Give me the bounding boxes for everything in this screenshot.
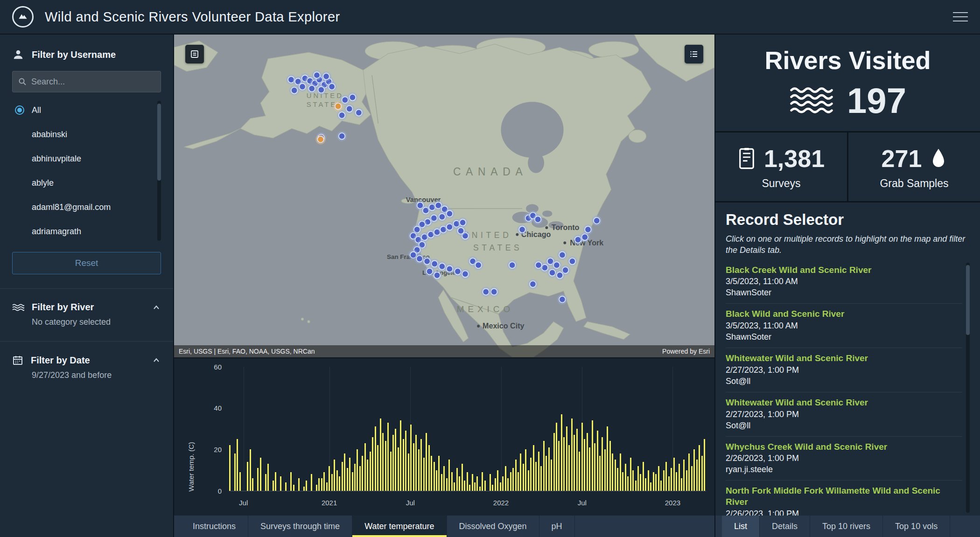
map-marker[interactable] bbox=[557, 250, 567, 260]
map-marker[interactable] bbox=[337, 131, 347, 141]
content: Filter by Username All ababinski abhinuv… bbox=[0, 35, 980, 537]
map-legend-button[interactable] bbox=[185, 45, 204, 63]
map-marker[interactable] bbox=[583, 224, 593, 235]
map-marker[interactable] bbox=[456, 226, 466, 236]
bar bbox=[347, 468, 348, 491]
scrollbar-thumb[interactable] bbox=[966, 265, 970, 335]
tab-list[interactable]: List bbox=[722, 516, 760, 537]
record-selector-panel: Record Selector Click on one or multiple… bbox=[715, 202, 980, 516]
map-marker[interactable] bbox=[425, 266, 434, 277]
record-datetime: 3/5/2023, 11:00 AM bbox=[726, 321, 962, 331]
record-title: Black Wild and Scenic River bbox=[726, 308, 962, 320]
chevron-up-icon[interactable] bbox=[152, 356, 161, 365]
username-option-adaml81-gmail-com[interactable]: adaml81@gmail.com bbox=[12, 195, 154, 219]
map-marker[interactable] bbox=[327, 82, 336, 92]
bar bbox=[704, 439, 705, 491]
records-scrollbar[interactable] bbox=[966, 263, 970, 513]
username-scrollbar[interactable] bbox=[157, 101, 161, 241]
bar bbox=[385, 441, 386, 491]
map-marker[interactable] bbox=[354, 108, 364, 118]
chevron-up-icon[interactable] bbox=[152, 303, 161, 312]
reset-button[interactable]: Reset bbox=[12, 252, 161, 274]
map-marker[interactable] bbox=[533, 260, 543, 270]
bar bbox=[316, 485, 317, 491]
map-marker[interactable] bbox=[533, 214, 543, 224]
map-marker[interactable] bbox=[481, 287, 490, 297]
user-icon bbox=[12, 49, 24, 61]
tab-water-temperature[interactable]: Water temperature bbox=[352, 516, 447, 537]
map-marker[interactable] bbox=[567, 256, 577, 266]
filter-by-river[interactable]: Filter by River No category selected bbox=[12, 289, 161, 327]
tab-top-10-rivers[interactable]: Top 10 rivers bbox=[810, 516, 883, 537]
username-option-all[interactable]: All bbox=[12, 98, 154, 122]
map[interactable]: CANADAUNITEDSTATESUNITEDSTATESMEXICOVanc… bbox=[174, 35, 714, 357]
record-item[interactable]: Whitewater Wild and Scenic River 2/27/20… bbox=[726, 392, 962, 437]
y-tick-label: 40 bbox=[214, 404, 222, 412]
username-label: All bbox=[32, 105, 41, 115]
map-marker[interactable] bbox=[592, 216, 602, 226]
tab-details[interactable]: Details bbox=[760, 516, 810, 537]
map-marker[interactable] bbox=[315, 134, 325, 145]
map-marker[interactable] bbox=[333, 101, 343, 112]
map-marker[interactable] bbox=[507, 260, 517, 270]
map-marker[interactable] bbox=[307, 84, 316, 94]
bar bbox=[275, 472, 276, 491]
username-option-ababinski[interactable]: ababinski bbox=[12, 122, 154, 146]
record-item[interactable]: Whychus Creek Wild and Scenic River 2/26… bbox=[726, 437, 962, 481]
tab-dissolved-oxygen[interactable]: Dissolved Oxygen bbox=[447, 516, 539, 537]
bar bbox=[520, 453, 521, 491]
tab-instructions[interactable]: Instructions bbox=[181, 516, 248, 537]
map-label-toronto: Toronto bbox=[552, 223, 580, 231]
bar bbox=[331, 474, 333, 491]
chart-y-axis-label: Water temp. (C) bbox=[187, 358, 195, 491]
map-marker[interactable] bbox=[473, 260, 483, 270]
map-marker[interactable] bbox=[555, 270, 565, 280]
map-marker[interactable] bbox=[517, 224, 527, 235]
tab-surveys-through-time[interactable]: Surveys through time bbox=[248, 516, 352, 537]
bar bbox=[290, 472, 292, 491]
record-item[interactable]: Whitewater Wild and Scenic River 2/27/20… bbox=[726, 348, 962, 392]
map-marker[interactable] bbox=[321, 71, 331, 82]
record-title: Whitewater Wild and Scenic River bbox=[726, 397, 962, 408]
map-marker[interactable] bbox=[312, 70, 322, 80]
bar bbox=[563, 437, 565, 491]
bar bbox=[469, 485, 470, 491]
record-datetime: 2/27/2023, 1:00 PM bbox=[726, 365, 962, 375]
username-option-abhinuvpitale[interactable]: abhinuvpitale bbox=[12, 146, 154, 171]
record-item[interactable]: North Fork Middle Fork Willamette Wild a… bbox=[726, 481, 962, 516]
map-marker[interactable] bbox=[289, 85, 299, 96]
record-item[interactable]: Black Wild and Scenic River 3/5/2023, 11… bbox=[726, 304, 962, 348]
bar bbox=[403, 439, 404, 491]
powered-by-esri: Powered by Esri bbox=[662, 348, 710, 355]
list-icon bbox=[689, 49, 699, 59]
map-marker[interactable] bbox=[528, 279, 538, 289]
search-box[interactable] bbox=[12, 71, 161, 92]
map-marker[interactable] bbox=[460, 269, 470, 279]
scrollbar-thumb[interactable] bbox=[157, 104, 161, 181]
tab-top-10-vols[interactable]: Top 10 vols bbox=[883, 516, 950, 537]
username-option-ablyle[interactable]: ablyle bbox=[12, 171, 154, 195]
tab-ph[interactable]: pH bbox=[539, 516, 575, 537]
bar bbox=[556, 423, 557, 491]
map-marker[interactable] bbox=[557, 294, 567, 305]
map-canvas[interactable]: CANADAUNITEDSTATESUNITEDSTATESMEXICOVanc… bbox=[174, 35, 714, 357]
map-layers-button[interactable] bbox=[685, 45, 703, 63]
bar bbox=[574, 435, 575, 491]
menu-icon[interactable] bbox=[953, 10, 968, 23]
filter-by-date[interactable]: Filter by Date 9/27/2023 and before bbox=[12, 342, 161, 380]
record-username: Sot@ll bbox=[726, 377, 962, 386]
map-marker[interactable] bbox=[348, 92, 357, 103]
record-item[interactable]: Black Creek Wild and Scenic River 3/5/20… bbox=[726, 260, 962, 304]
bar bbox=[540, 466, 542, 491]
search-input[interactable] bbox=[31, 77, 155, 87]
map-marker[interactable] bbox=[337, 110, 347, 120]
username-option-adriamagrath[interactable]: adriamagrath bbox=[12, 219, 154, 244]
map-marker[interactable] bbox=[316, 85, 326, 95]
bar bbox=[640, 474, 641, 491]
bar bbox=[681, 478, 682, 491]
bar bbox=[443, 466, 445, 491]
bar bbox=[250, 449, 251, 491]
bar bbox=[387, 423, 389, 491]
username-label: ablyle bbox=[32, 178, 54, 188]
username-label: adriamagrath bbox=[32, 227, 81, 237]
